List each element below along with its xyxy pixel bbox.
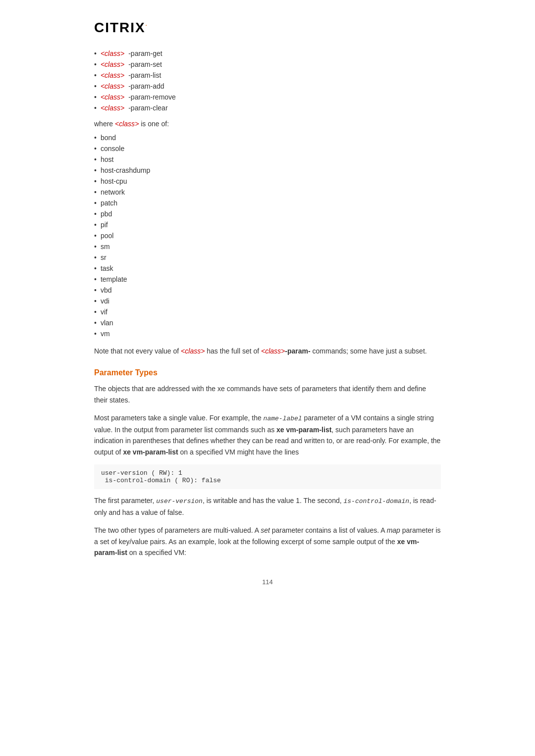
class-code: <class> [101,71,124,79]
list-item: task [94,264,441,272]
list-item: <class>-param-remove [94,93,441,101]
note-param-bold: -param- [285,347,310,355]
citrix-logo: CiTRiX· [94,20,148,35]
item-text: vif [101,308,107,316]
list-item: host [94,155,441,163]
item-text: task [101,264,113,272]
list-item: sm [94,243,441,251]
list-item: <class>-param-set [94,60,441,68]
list-item: vif [94,308,441,316]
paragraph-4: The two other types of parameters are mu… [94,525,441,558]
page-container: CiTRiX· <class>-param-get <class>-param-… [64,0,471,615]
item-text: host-cpu [101,177,127,185]
item-suffix: -param-set [128,60,162,68]
user-version-code: user‑version [156,498,203,505]
item-text: pool [101,232,113,240]
xe-vm-param-list-bold-1: xe vm-param-list [276,426,331,434]
item-text: pif [101,221,108,229]
item-suffix: -param-clear [128,104,167,112]
where-text: where <class> is one of: [94,120,441,128]
item-suffix: -param-get [128,50,162,57]
list-item: host-crashdump [94,166,441,174]
citrix-dot: · [146,23,148,28]
item-text: pbd [101,210,112,218]
paragraph-1: The objects that are addressed with the … [94,383,441,405]
list-item: host-cpu [94,177,441,185]
class-code: <class> [101,82,124,90]
xe-vm-param-list-bold-3: xe vm-param-list [94,538,419,556]
item-text: sm [101,243,110,251]
class-code: <class> [101,104,124,112]
item-text: patch [101,199,117,207]
item-text: host-crashdump [101,166,150,174]
note-class-code-1: <class> [181,347,205,355]
name-label-code: name‑label [264,415,302,422]
item-text: bond [101,134,116,142]
list-item: vlan [94,319,441,327]
item-text: sr [101,253,107,261]
item-text: vbd [101,286,112,294]
page-number: 114 [94,578,441,586]
param-commands-list: <class>-param-get <class>-param-set <cla… [94,50,441,112]
item-text: console [101,145,124,152]
list-item: <class>-param-clear [94,104,441,112]
list-item: sr [94,253,441,261]
list-item: vm [94,330,441,338]
list-item: pif [94,221,441,229]
list-item: <class>-param-list [94,71,441,79]
is-control-domain-code: is‑control‑domain [344,498,410,505]
section-heading-parameter-types: Parameter Types [94,368,441,377]
list-item: vbd [94,286,441,294]
list-item: <class>-param-add [94,82,441,90]
list-item: network [94,188,441,196]
item-suffix: -param-add [128,82,164,90]
item-text: vm [101,330,110,338]
paragraph-3: The first parameter, user‑version, is wr… [94,495,441,518]
item-suffix: -param-remove [128,93,176,101]
list-item: template [94,275,441,283]
map-italic: map [387,526,400,534]
item-text: host [101,155,113,163]
list-item: pool [94,232,441,240]
where-class-code: <class> [115,120,139,128]
item-text: template [101,275,127,283]
list-item: vdi [94,297,441,305]
item-text: vlan [101,319,113,327]
list-item: console [94,145,441,152]
class-code: <class> [101,60,124,68]
class-code: <class> [101,93,124,101]
list-item: pbd [94,210,441,218]
class-code: <class> [101,50,124,57]
item-text: vdi [101,297,109,305]
list-item: bond [94,134,441,142]
note-class-code-2: <class> [261,347,285,355]
logo-container: CiTRiX· [94,20,441,36]
paragraph-2: Most parameters take a single value. For… [94,412,441,457]
list-item: patch [94,199,441,207]
note-paragraph: Note that not every value of <class> has… [94,346,441,356]
item-suffix: -param-list [128,71,161,79]
item-text: network [101,188,125,196]
list-item: <class>-param-get [94,50,441,57]
code-block: user-version ( RW): 1 is-control-domain … [94,464,441,489]
class-values-list: bond console host host-crashdump host-cp… [94,134,441,338]
set-italic: set [261,526,270,534]
xe-vm-param-list-bold-2: xe vm-param-list [123,448,178,456]
